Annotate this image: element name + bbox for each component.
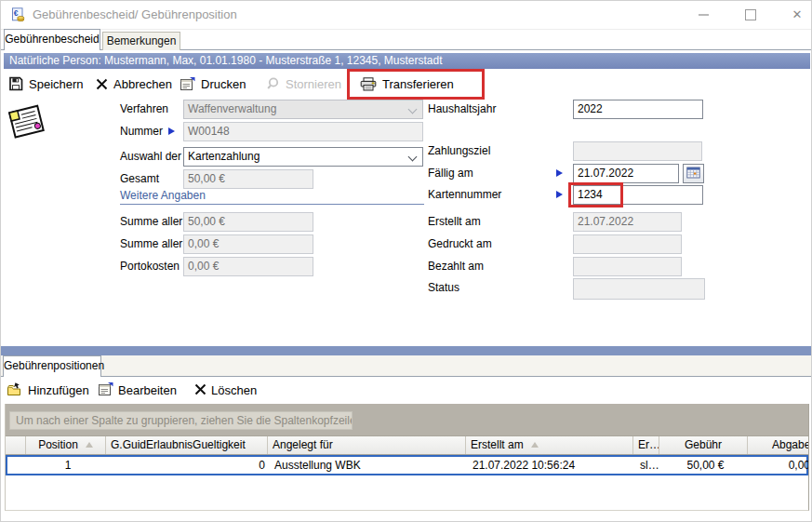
row-indicator-cell: [7, 457, 28, 474]
gedruckt-am-field[interactable]: [573, 234, 682, 254]
summe-abgaben-field[interactable]: 0,00 €: [183, 234, 313, 254]
nummer-value: W00148: [188, 125, 230, 138]
bezahlt-am-field[interactable]: [573, 257, 682, 276]
gesamt-value: 50,00 €: [188, 172, 225, 185]
kartennummer-required-arrow-icon: [556, 191, 563, 198]
positions-tabstrip: Gebührenpositionen: [1, 355, 811, 377]
positions-toolbar: Hinzufügen Bearbeiten Löschen: [1, 377, 811, 404]
save-icon: [8, 76, 23, 91]
main-toolbar: Speichern Abbrechen Drucken: [1, 70, 811, 98]
delete-x-icon: [194, 383, 206, 398]
abbrechen-label: Abbrechen: [113, 77, 172, 91]
haushaltsjahr-label: Haushaltsjahr: [428, 100, 496, 119]
title-bar: € Gebührenbescheid/ Gebührenposition ✕: [1, 1, 811, 30]
svg-text:€: €: [14, 8, 19, 18]
faellig-am-field[interactable]: 21.07.2022: [573, 164, 679, 183]
drucken-label: Drucken: [201, 77, 246, 91]
bezahlt-am-label: Bezahlt am: [428, 257, 484, 276]
grid-header-er-label: Er…: [638, 438, 659, 451]
grid-header-angelegt-fuer[interactable]: Angelegt für: [268, 436, 466, 454]
sort-ascending-icon: [531, 442, 539, 448]
erstellt-am-value: 21.07.2022: [578, 215, 633, 228]
grid-header-angelegt-label: Angelegt für: [273, 438, 333, 451]
kartennummer-label: Kartennummer: [428, 185, 501, 205]
status-label: Status: [428, 278, 459, 298]
stornieren-button[interactable]: Stornieren: [265, 70, 341, 98]
drucken-button[interactable]: Drucken: [180, 70, 246, 98]
transferieren-button[interactable]: Transferieren: [360, 70, 454, 98]
faellig-required-arrow-icon: [556, 169, 563, 177]
grid-header-gebuehr[interactable]: Gebühr: [659, 436, 748, 454]
person-info-bar: Natürliche Person: Mustermann, Max, 01.0…: [4, 53, 810, 69]
weitere-angaben-rule: [120, 204, 424, 205]
erstellt-am-label: Erstellt am: [428, 212, 481, 232]
group-by-hint: Um nach einer Spalte zu gruppieren, zieh…: [9, 411, 353, 430]
speichern-label: Speichern: [29, 77, 84, 91]
tab-gebuehrenpositionen[interactable]: Gebührenpositionen: [3, 355, 101, 377]
summe-abgaben-value: 0,00 €: [188, 237, 219, 250]
speichern-button[interactable]: Speichern: [8, 70, 84, 98]
weitere-angaben-link[interactable]: Weitere Angaben: [120, 189, 206, 202]
cell-er: sl…: [635, 457, 661, 474]
grid-header-abgaben[interactable]: Abgaben: [748, 436, 809, 454]
app-window: € Gebührenbescheid/ Gebührenposition ✕ G…: [0, 0, 812, 522]
verfahren-value: Waffenverwaltung: [188, 102, 276, 115]
haushaltsjahr-field[interactable]: 2022: [573, 100, 703, 119]
bearbeiten-button[interactable]: Bearbeiten: [98, 377, 177, 404]
gedruckt-am-label: Gedruckt am: [428, 234, 492, 254]
erstellt-am-field[interactable]: 21.07.2022: [573, 212, 682, 232]
add-folder-icon: [7, 381, 23, 399]
tab-gebuehrenbescheid[interactable]: Gebührenbescheid: [4, 29, 100, 50]
cell-abgaben: 0,00 €: [750, 457, 809, 474]
calendar-button[interactable]: [683, 164, 704, 183]
stornieren-icon: [265, 76, 280, 91]
loeschen-button[interactable]: Löschen: [194, 377, 257, 404]
grid-header-position-label: Position: [38, 438, 78, 451]
cancel-x-icon: [96, 78, 108, 90]
grid-header-erstellt-am[interactable]: Erstellt am: [466, 436, 633, 454]
chevron-down-icon: [408, 153, 418, 162]
minimize-button[interactable]: [687, 1, 719, 28]
close-button[interactable]: ✕: [781, 1, 812, 28]
grid-header-abgaben-label: Abgaben: [772, 438, 809, 451]
verfahren-combo[interactable]: Waffenverwaltung: [183, 100, 423, 119]
faellig-am-value: 21.07.2022: [578, 167, 633, 180]
summe-gebuehren-field[interactable]: 50,00 €: [183, 212, 313, 232]
printer-icon: [360, 77, 377, 91]
grid-header-position[interactable]: Position: [26, 436, 106, 454]
haushaltsjahr-value: 2022: [578, 102, 603, 115]
positions-grid: Um nach einer Spalte zu gruppieren, zieh…: [5, 404, 809, 511]
nummer-label: Nummer: [120, 122, 163, 141]
zahlart-value: Kartenzahlung: [188, 150, 260, 163]
window-title: Gebührenbescheid/ Gebührenposition: [33, 7, 237, 21]
table-row[interactable]: 1 0 Ausstellung WBK 21.07.2022 10:56:24 …: [6, 455, 808, 475]
zahlart-combo[interactable]: Kartenzahlung: [183, 147, 423, 167]
portokosten-value: 0,00 €: [188, 260, 219, 273]
kartennummer-value: 1234: [578, 188, 603, 201]
nummer-field[interactable]: W00148: [183, 122, 423, 141]
cell-gebuehr: 50,00 €: [661, 457, 750, 474]
portokosten-label: Portokosten: [120, 257, 180, 276]
hinzufuegen-button[interactable]: Hinzufügen: [7, 377, 89, 404]
portokosten-field[interactable]: 0,00 €: [183, 257, 313, 276]
grid-indicator-header: [6, 436, 26, 454]
loeschen-label: Löschen: [211, 383, 257, 397]
faellig-am-label: Fällig am: [428, 164, 473, 183]
kartennummer-field[interactable]: 1234: [573, 185, 703, 205]
zahlungsziel-field[interactable]: [573, 141, 702, 161]
calendar-icon: [686, 167, 700, 181]
stornieren-label: Stornieren: [286, 77, 341, 91]
cell-erstellt-am: 21.07.2022 10:56:24: [468, 457, 635, 474]
status-field[interactable]: [573, 278, 705, 300]
maximize-button[interactable]: [735, 1, 766, 28]
grid-header-guid[interactable]: G.GuidErlaubnisGueltigkeit: [106, 436, 268, 454]
group-by-bar[interactable]: Um nach einer Spalte zu gruppieren, zieh…: [6, 404, 808, 435]
gesamt-field[interactable]: 50,00 €: [183, 169, 313, 189]
panel-splitter[interactable]: [1, 346, 811, 355]
tab-bemerkungen[interactable]: Bemerkungen: [102, 32, 180, 50]
chevron-down-icon: [408, 105, 418, 114]
grid-header-er[interactable]: Er…: [633, 436, 659, 454]
abbrechen-button[interactable]: Abbrechen: [96, 70, 172, 98]
gesamt-label: Gesamt: [120, 169, 159, 189]
cell-angelegt-fuer: Ausstellung WBK: [270, 457, 468, 474]
